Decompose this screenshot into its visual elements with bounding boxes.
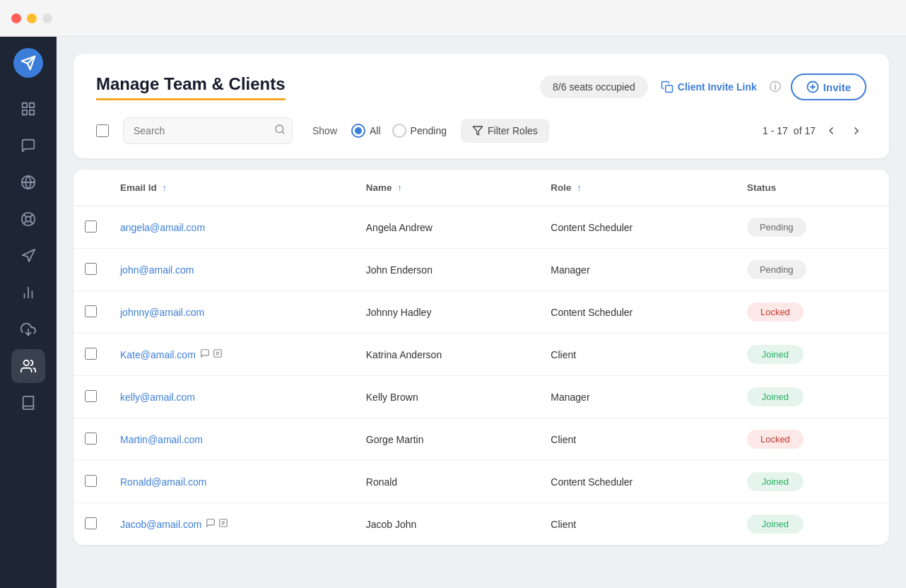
row-status: Locked: [736, 418, 889, 461]
svg-line-25: [282, 131, 284, 134]
row-status: Joined: [736, 461, 889, 503]
seats-badge: 8/6 seats occupied: [540, 76, 648, 98]
chevron-left-icon: [825, 125, 837, 136]
table-row: Kate@amail.com Katrina AndersonClientJoi…: [73, 334, 889, 376]
filter-pending-label: Pending: [411, 125, 447, 136]
header-actions: 8/6 seats occupied Client Invite Link ⓘ: [540, 74, 866, 100]
row-checkbox[interactable]: [85, 433, 97, 445]
filter-all-option[interactable]: All: [351, 124, 381, 138]
sidebar-item-campaigns[interactable]: [11, 239, 45, 273]
sidebar-item-support[interactable]: [11, 202, 45, 236]
invite-label: Invite: [823, 81, 851, 93]
pagination-current: 1 - 17: [763, 125, 788, 136]
sidebar: [0, 37, 57, 588]
status-badge: Locked: [747, 302, 804, 322]
row-name: Katrina Anderson: [355, 334, 540, 376]
filter-pending-option[interactable]: Pending: [392, 124, 447, 138]
main-content: Manage Team & Clients 8/6 seats occupied…: [57, 37, 906, 588]
email-link[interactable]: Jacob@amail.com: [120, 519, 201, 530]
email-link[interactable]: Kate@amail.com: [120, 349, 196, 360]
search-input[interactable]: [123, 117, 293, 144]
row-checkbox-cell: [73, 291, 109, 334]
pagination-info: 1 - 17 of 17: [763, 121, 866, 141]
plus-circle-icon: [806, 81, 819, 93]
client-invite-link-button[interactable]: Client Invite Link: [658, 76, 760, 98]
row-role: Client: [539, 418, 736, 461]
email-link[interactable]: johnny@amail.com: [120, 307, 204, 318]
email-link[interactable]: Martin@amail.com: [120, 434, 203, 445]
col-name[interactable]: Name ↑: [355, 170, 540, 206]
row-checkbox[interactable]: [85, 390, 97, 402]
email-action-icons[interactable]: [206, 518, 228, 528]
table-row: Martin@amail.comGorge MartinClientLocked: [73, 418, 889, 461]
row-email: johnny@amail.com: [109, 291, 355, 334]
sidebar-item-team[interactable]: [11, 349, 45, 383]
name-sort-icon: ↑: [397, 182, 402, 193]
sidebar-item-library[interactable]: [11, 386, 45, 420]
row-status: Joined: [736, 503, 889, 546]
row-checkbox[interactable]: [85, 517, 97, 529]
row-checkbox[interactable]: [85, 305, 97, 317]
sidebar-item-connections[interactable]: [11, 165, 45, 199]
row-checkbox-cell: [73, 249, 109, 291]
sidebar-item-inbox[interactable]: [11, 312, 45, 346]
row-checkbox[interactable]: [85, 263, 97, 275]
maximize-button[interactable]: [42, 13, 52, 23]
row-email: Martin@amail.com: [109, 418, 355, 461]
row-checkbox[interactable]: [85, 220, 97, 233]
row-checkbox[interactable]: [85, 475, 97, 487]
sidebar-item-chat[interactable]: [11, 129, 45, 163]
row-name: John Enderson: [355, 249, 540, 291]
row-checkbox-cell: [73, 206, 109, 249]
svg-line-14: [24, 221, 27, 224]
row-checkbox-cell: [73, 503, 109, 546]
sidebar-logo[interactable]: [13, 48, 43, 78]
row-role: Manager: [539, 376, 736, 418]
next-page-button[interactable]: [847, 121, 866, 141]
filter-icon: [472, 125, 483, 136]
filter-all-radio[interactable]: [351, 124, 365, 138]
search-input-wrap: [123, 117, 293, 144]
row-name: Jacob John: [355, 503, 540, 546]
close-button[interactable]: [11, 13, 21, 23]
table-row: kelly@amail.comKelly BrownManagerJoined: [73, 376, 889, 418]
row-role: Content Scheduler: [539, 206, 736, 249]
minimize-button[interactable]: [27, 13, 37, 23]
table-row: johnny@amail.comJohnny HadleyContent Sch…: [73, 291, 889, 334]
email-sort-icon: ↑: [163, 182, 167, 193]
row-name: Angela Andrew: [355, 206, 540, 249]
row-checkbox[interactable]: [85, 348, 97, 360]
row-role: Manager: [539, 249, 736, 291]
email-link[interactable]: john@amail.com: [120, 264, 194, 276]
filter-roles-label: Filter Roles: [488, 125, 538, 136]
search-icon: [274, 124, 286, 138]
email-action-icons[interactable]: [200, 348, 223, 358]
copy-icon: [661, 81, 673, 93]
row-name: Ronald: [355, 461, 540, 503]
invite-button[interactable]: Invite: [791, 74, 866, 100]
previous-page-button[interactable]: [821, 121, 841, 141]
page-title: Manage Team & Clients: [96, 74, 286, 100]
email-link[interactable]: Ronald@amail.com: [120, 476, 206, 488]
col-role[interactable]: Role ↑: [539, 170, 736, 206]
row-checkbox-cell: [73, 461, 109, 503]
row-status: Joined: [736, 376, 889, 418]
col-email[interactable]: Email Id ↑: [109, 170, 355, 206]
title-bar: [0, 0, 906, 37]
info-icon[interactable]: ⓘ: [770, 80, 781, 95]
client-invite-link-label: Client Invite Link: [678, 81, 757, 93]
filter-roles-button[interactable]: Filter Roles: [461, 119, 549, 143]
col-checkbox: [73, 170, 109, 206]
table-row: Ronald@amail.comRonaldContent SchedulerJ…: [73, 461, 889, 503]
row-role: Client: [539, 503, 736, 546]
sidebar-item-analytics[interactable]: [11, 276, 45, 310]
show-label: Show: [312, 125, 337, 136]
select-all-checkbox[interactable]: [96, 124, 109, 137]
status-badge: Joined: [747, 345, 804, 364]
row-status: Locked: [736, 291, 889, 334]
row-status: Pending: [736, 249, 889, 291]
filter-pending-radio[interactable]: [392, 124, 406, 138]
email-link[interactable]: kelly@amail.com: [120, 392, 195, 403]
email-link[interactable]: angela@amail.com: [120, 222, 205, 233]
sidebar-item-dashboard[interactable]: [11, 92, 45, 126]
